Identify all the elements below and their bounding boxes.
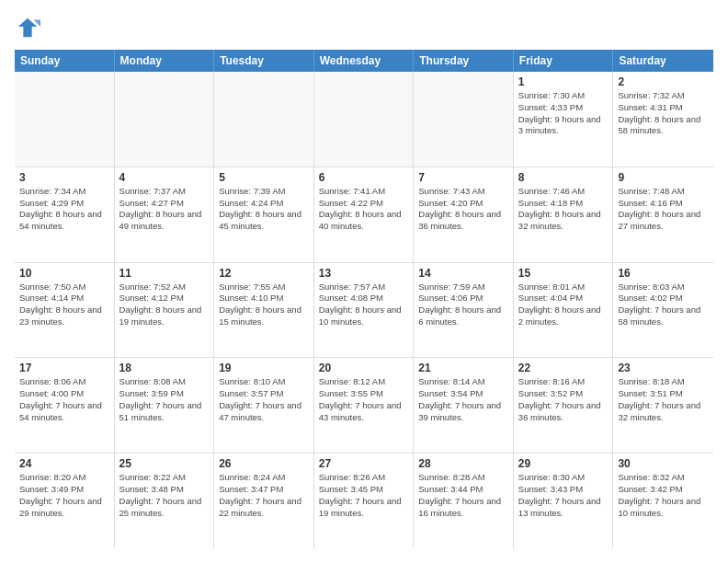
cal-cell-1: 1Sunrise: 7:30 AMSunset: 4:33 PMDaylight… [514,72,614,167]
cal-cell-21: 21Sunrise: 8:14 AMSunset: 3:54 PMDayligh… [414,358,514,453]
day-detail: Sunrise: 7:41 AMSunset: 4:22 PMDaylight:… [319,186,409,233]
day-detail: Sunrise: 7:37 AMSunset: 4:27 PMDaylight:… [119,186,210,233]
cal-cell-28: 28Sunrise: 8:28 AMSunset: 3:44 PMDayligh… [414,454,514,548]
day-number: 1 [518,75,609,88]
day-number: 17 [19,362,109,374]
cal-row-1: 3Sunrise: 7:34 AMSunset: 4:29 PMDaylight… [15,167,713,263]
svg-marker-0 [18,18,38,38]
calendar-body: 1Sunrise: 7:30 AMSunset: 4:33 PMDaylight… [15,72,713,548]
cal-cell-empty-0-1 [115,72,215,167]
day-detail: Sunrise: 7:43 AMSunset: 4:20 PMDaylight:… [418,186,508,233]
day-number: 9 [618,171,709,184]
day-detail: Sunrise: 7:32 AMSunset: 4:31 PMDaylight:… [618,90,709,137]
cal-cell-22: 22Sunrise: 8:16 AMSunset: 3:52 PMDayligh… [514,358,614,453]
day-detail: Sunrise: 8:10 AMSunset: 3:57 PMDaylight:… [219,376,309,423]
cal-cell-27: 27Sunrise: 8:26 AMSunset: 3:45 PMDayligh… [314,454,415,548]
header-day-wednesday: Wednesday [314,50,415,72]
calendar-header: SundayMondayTuesdayWednesdayThursdayFrid… [15,50,713,72]
cal-cell-9: 9Sunrise: 7:48 AMSunset: 4:16 PMDaylight… [613,167,713,262]
cal-cell-11: 11Sunrise: 7:52 AMSunset: 4:12 PMDayligh… [115,263,215,358]
day-detail: Sunrise: 8:08 AMSunset: 3:59 PMDaylight:… [119,376,210,423]
day-number: 28 [418,457,508,470]
day-detail: Sunrise: 7:34 AMSunset: 4:29 PMDaylight:… [19,186,109,233]
day-number: 2 [618,75,709,88]
cal-cell-13: 13Sunrise: 7:57 AMSunset: 4:08 PMDayligh… [314,263,415,358]
day-number: 7 [418,171,508,184]
cal-cell-3: 3Sunrise: 7:34 AMSunset: 4:29 PMDaylight… [15,167,115,262]
day-detail: Sunrise: 8:20 AMSunset: 3:49 PMDaylight:… [19,472,109,519]
day-detail: Sunrise: 8:16 AMSunset: 3:52 PMDaylight:… [518,376,609,423]
header-day-saturday: Saturday [613,50,713,72]
day-detail: Sunrise: 7:57 AMSunset: 4:08 PMDaylight:… [319,282,409,328]
cal-cell-5: 5Sunrise: 7:39 AMSunset: 4:24 PMDaylight… [214,167,314,262]
day-detail: Sunrise: 7:59 AMSunset: 4:06 PMDaylight:… [418,282,508,328]
cal-row-3: 17Sunrise: 8:06 AMSunset: 4:00 PMDayligh… [15,358,713,454]
cal-row-0: 1Sunrise: 7:30 AMSunset: 4:33 PMDaylight… [15,72,713,167]
cal-row-4: 24Sunrise: 8:20 AMSunset: 3:49 PMDayligh… [15,454,713,548]
day-number: 16 [618,267,709,280]
day-number: 19 [219,362,309,374]
cal-cell-14: 14Sunrise: 7:59 AMSunset: 4:06 PMDayligh… [414,263,514,358]
page: SundayMondayTuesdayWednesdayThursdayFrid… [0,0,728,563]
day-number: 10 [19,267,109,280]
day-detail: Sunrise: 7:50 AMSunset: 4:14 PMDaylight:… [19,282,109,328]
cal-cell-30: 30Sunrise: 8:32 AMSunset: 3:42 PMDayligh… [613,454,713,548]
cal-cell-26: 26Sunrise: 8:24 AMSunset: 3:47 PMDayligh… [214,454,314,548]
day-number: 4 [119,171,210,184]
header-day-friday: Friday [514,50,614,72]
cal-row-2: 10Sunrise: 7:50 AMSunset: 4:14 PMDayligh… [15,263,713,359]
cal-cell-empty-0-0 [15,72,115,167]
cal-cell-10: 10Sunrise: 7:50 AMSunset: 4:14 PMDayligh… [15,263,115,358]
day-detail: Sunrise: 7:52 AMSunset: 4:12 PMDaylight:… [119,282,210,328]
cal-cell-4: 4Sunrise: 7:37 AMSunset: 4:27 PMDaylight… [115,167,215,262]
logo [15,15,44,40]
cal-cell-20: 20Sunrise: 8:12 AMSunset: 3:55 PMDayligh… [314,358,415,453]
cal-cell-19: 19Sunrise: 8:10 AMSunset: 3:57 PMDayligh… [214,358,314,453]
day-number: 25 [119,457,210,470]
cal-cell-2: 2Sunrise: 7:32 AMSunset: 4:31 PMDaylight… [613,72,713,167]
day-detail: Sunrise: 7:48 AMSunset: 4:16 PMDaylight:… [618,186,709,233]
cal-cell-15: 15Sunrise: 8:01 AMSunset: 4:04 PMDayligh… [514,263,614,358]
day-detail: Sunrise: 8:28 AMSunset: 3:44 PMDaylight:… [418,472,508,519]
cal-cell-17: 17Sunrise: 8:06 AMSunset: 4:00 PMDayligh… [15,358,115,453]
header-day-sunday: Sunday [15,50,115,72]
cal-cell-6: 6Sunrise: 7:41 AMSunset: 4:22 PMDaylight… [314,167,415,262]
day-number: 15 [518,267,609,280]
cal-cell-empty-0-4 [414,72,514,167]
header-day-monday: Monday [115,50,215,72]
day-number: 14 [418,267,508,280]
cal-cell-29: 29Sunrise: 8:30 AMSunset: 3:43 PMDayligh… [514,454,614,548]
logo-icon [15,15,40,40]
day-detail: Sunrise: 8:26 AMSunset: 3:45 PMDaylight:… [319,472,409,519]
day-number: 8 [518,171,609,184]
day-number: 11 [119,267,210,280]
day-number: 12 [219,267,309,280]
header-day-thursday: Thursday [414,50,514,72]
day-number: 27 [319,457,409,470]
day-number: 24 [19,457,109,470]
cal-cell-23: 23Sunrise: 8:18 AMSunset: 3:51 PMDayligh… [613,358,713,453]
cal-cell-16: 16Sunrise: 8:03 AMSunset: 4:02 PMDayligh… [613,263,713,358]
day-detail: Sunrise: 8:01 AMSunset: 4:04 PMDaylight:… [518,282,609,328]
cal-cell-empty-0-3 [314,72,415,167]
day-detail: Sunrise: 8:06 AMSunset: 4:00 PMDaylight:… [19,376,109,423]
day-number: 29 [518,457,609,470]
day-detail: Sunrise: 8:12 AMSunset: 3:55 PMDaylight:… [319,376,409,423]
day-number: 23 [618,362,709,374]
day-detail: Sunrise: 8:32 AMSunset: 3:42 PMDaylight:… [618,472,709,519]
day-number: 13 [319,267,409,280]
day-number: 6 [319,171,409,184]
day-number: 21 [418,362,508,374]
day-detail: Sunrise: 7:39 AMSunset: 4:24 PMDaylight:… [219,186,309,233]
day-detail: Sunrise: 7:55 AMSunset: 4:10 PMDaylight:… [219,282,309,328]
calendar: SundayMondayTuesdayWednesdayThursdayFrid… [15,50,713,548]
cal-cell-7: 7Sunrise: 7:43 AMSunset: 4:20 PMDaylight… [414,167,514,262]
cal-cell-empty-0-2 [214,72,314,167]
day-number: 5 [219,171,309,184]
day-number: 30 [618,457,709,470]
day-detail: Sunrise: 8:18 AMSunset: 3:51 PMDaylight:… [618,376,709,423]
cal-cell-18: 18Sunrise: 8:08 AMSunset: 3:59 PMDayligh… [115,358,215,453]
day-detail: Sunrise: 8:03 AMSunset: 4:02 PMDaylight:… [618,282,709,328]
day-number: 26 [219,457,309,470]
cal-cell-25: 25Sunrise: 8:22 AMSunset: 3:48 PMDayligh… [115,454,215,548]
